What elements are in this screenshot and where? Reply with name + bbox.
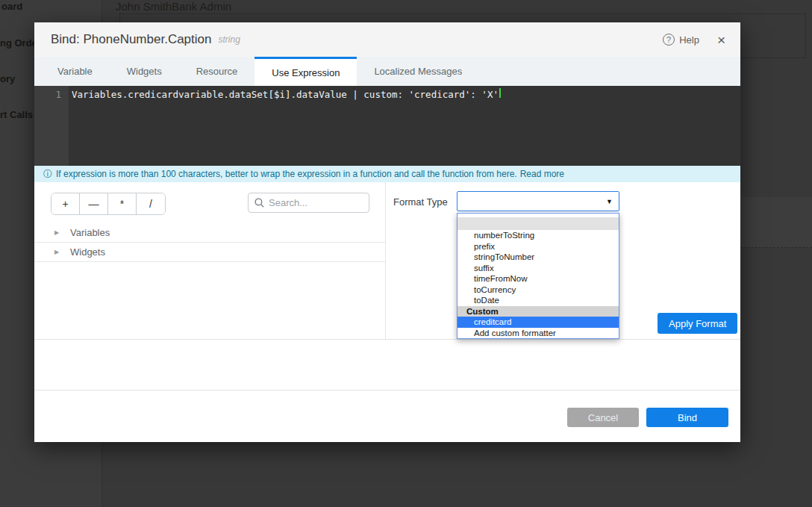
tab-widgets[interactable]: Widgets bbox=[110, 57, 179, 86]
sidebar-item-calls: rt Calls bbox=[0, 109, 33, 120]
minus-operator-button[interactable]: — bbox=[80, 193, 108, 214]
dialog-header: Bind: PhoneNumber.Caption string ? Help … bbox=[34, 22, 740, 57]
editor-cursor bbox=[499, 88, 501, 98]
bind-dialog: Bind: PhoneNumber.Caption string ? Help … bbox=[34, 22, 740, 442]
tree-item-widgets[interactable]: ▶ Widgets bbox=[34, 243, 385, 262]
dialog-tabbar: Variable Widgets Resource Use Expression… bbox=[34, 57, 740, 86]
help-label: Help bbox=[679, 34, 699, 46]
cancel-button[interactable]: Cancel bbox=[567, 408, 639, 427]
bind-button[interactable]: Bind bbox=[646, 408, 728, 427]
dropdown-option-suffix[interactable]: suffix bbox=[457, 263, 619, 274]
format-type-dropdown: numberToString prefix stringToNumber suf… bbox=[457, 213, 619, 339]
dropdown-group-custom: Custom bbox=[457, 306, 619, 317]
binding-tree: ▶ Variables ▶ Widgets bbox=[34, 223, 385, 262]
tab-localized-messages[interactable]: Localized Messages bbox=[357, 57, 479, 86]
dropdown-option-timeFromNow[interactable]: timeFromNow bbox=[457, 273, 619, 284]
read-more-link[interactable]: Read more bbox=[520, 169, 564, 179]
format-type-label: Format Type bbox=[393, 196, 448, 208]
dialog-spacer bbox=[34, 340, 740, 390]
tab-variable[interactable]: Variable bbox=[40, 57, 110, 86]
tree-item-variables[interactable]: ▶ Variables bbox=[34, 223, 385, 243]
info-icon: ⓘ bbox=[43, 168, 52, 181]
search-icon bbox=[254, 198, 264, 208]
dropdown-option-toDate[interactable]: toDate bbox=[457, 295, 619, 306]
tab-use-expression[interactable]: Use Expression bbox=[254, 57, 357, 86]
help-button[interactable]: ? Help bbox=[663, 34, 699, 46]
sidebar-item-dashboard: oard bbox=[1, 1, 22, 12]
search-input[interactable] bbox=[269, 197, 363, 208]
dropdown-option-add-custom-formatter[interactable]: Add custom formatter bbox=[457, 328, 619, 339]
info-banner: ⓘ If expression is more than 100 charact… bbox=[34, 166, 740, 182]
dialog-footer: Cancel Bind bbox=[34, 390, 740, 442]
dialog-type-label: string bbox=[218, 34, 240, 45]
sidebar-item-history: ory bbox=[0, 73, 15, 84]
tab-resource[interactable]: Resource bbox=[179, 57, 255, 86]
divide-operator-button[interactable]: / bbox=[137, 193, 165, 214]
close-icon[interactable]: × bbox=[717, 33, 725, 47]
background-right-band bbox=[740, 197, 812, 248]
search-box bbox=[248, 193, 369, 213]
line-number: 1 bbox=[34, 88, 69, 102]
expression-code: Variables.credicardvariable.dataSet[$i].… bbox=[69, 88, 499, 102]
dialog-body: + — * / ▶ Variables bbox=[34, 182, 740, 340]
dropdown-option-prefix[interactable]: prefix bbox=[457, 241, 619, 252]
operator-button-group: + — * / bbox=[51, 193, 166, 215]
plus-operator-button[interactable]: + bbox=[51, 193, 80, 214]
chevron-right-icon: ▶ bbox=[54, 229, 59, 236]
dropdown-option-creditcard[interactable]: creditcard bbox=[457, 317, 619, 328]
chevron-right-icon: ▶ bbox=[54, 249, 59, 255]
apply-format-button[interactable]: Apply Format bbox=[658, 313, 737, 334]
help-icon: ? bbox=[663, 34, 675, 46]
dropdown-option-numberToString[interactable]: numberToString bbox=[457, 230, 619, 241]
info-banner-text: If expression is more than 100 character… bbox=[56, 169, 517, 179]
multiply-operator-button[interactable]: * bbox=[108, 193, 137, 214]
dropdown-option-stringToNumber[interactable]: stringToNumber bbox=[457, 252, 619, 263]
page-title-background: John SmithBank Admin bbox=[116, 0, 231, 13]
expression-editor[interactable]: 1 Variables.credicardvariable.dataSet[$i… bbox=[34, 86, 740, 166]
tree-item-label: Widgets bbox=[70, 246, 105, 258]
dropdown-option-toCurrency[interactable]: toCurrency bbox=[457, 284, 619, 296]
dialog-title: Bind: PhoneNumber.Caption bbox=[51, 32, 211, 47]
chevron-down-icon: ▼ bbox=[606, 198, 613, 205]
format-type-select[interactable]: ▼ bbox=[457, 191, 619, 211]
screen: oard ng Order ory rt Calls John SmithBan… bbox=[0, 0, 812, 507]
dropdown-empty-option[interactable] bbox=[457, 217, 619, 230]
editor-line: 1 Variables.credicardvariable.dataSet[$i… bbox=[34, 86, 740, 102]
format-panel: Format Type ▼ numberToString prefix stri… bbox=[386, 182, 740, 339]
expression-left-panel: + — * / ▶ Variables bbox=[34, 182, 386, 339]
tree-item-label: Variables bbox=[70, 227, 110, 238]
